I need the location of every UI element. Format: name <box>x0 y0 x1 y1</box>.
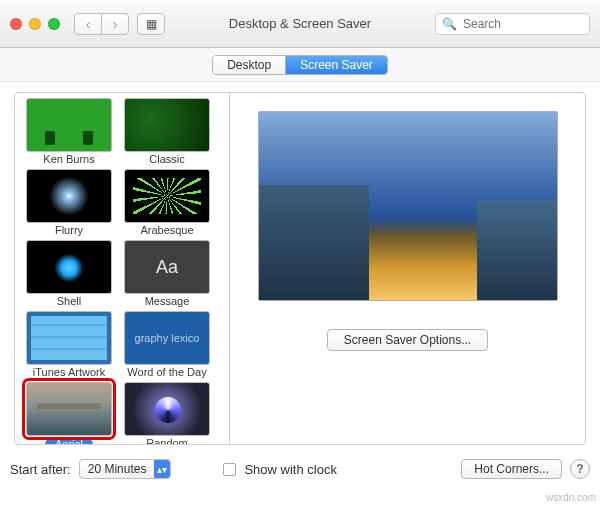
window-controls <box>10 18 60 30</box>
saver-shell[interactable]: Shell <box>23 240 115 307</box>
start-after-label: Start after: <box>10 462 71 477</box>
tab-screen-saver[interactable]: Screen Saver <box>285 56 387 74</box>
show-with-clock-label: Show with clock <box>244 462 336 477</box>
saver-flurry[interactable]: Flurry <box>23 169 115 236</box>
saver-thumb-icon <box>26 382 112 436</box>
saver-thumb-icon <box>26 98 112 152</box>
screensaver-list[interactable]: Ken Burns Classic Flurry Arabesque Shell… <box>15 93 230 444</box>
saver-itunes-artwork[interactable]: iTunes Artwork <box>23 311 115 378</box>
close-window-button[interactable] <box>10 18 22 30</box>
show-all-button[interactable]: ▦ <box>137 13 165 35</box>
screensaver-grid: Ken Burns Classic Flurry Arabesque Shell… <box>17 98 227 444</box>
tab-desktop[interactable]: Desktop <box>213 56 285 74</box>
saver-label: Classic <box>121 153 213 165</box>
saver-thumb-icon <box>26 240 112 294</box>
chevron-up-down-icon: ▴▾ <box>154 460 170 478</box>
saver-word-of-the-day[interactable]: graphy lexico Word of the Day <box>121 311 213 378</box>
saver-thumb-icon <box>26 311 112 365</box>
footer-bar: Start after: 20 Minutes ▴▾ Show with clo… <box>10 455 590 483</box>
saver-label: Message <box>121 295 213 307</box>
preview-art <box>477 200 557 300</box>
saver-thumb-icon: graphy lexico <box>124 311 210 365</box>
search-field[interactable]: 🔍 <box>435 13 590 35</box>
saver-classic[interactable]: Classic <box>121 98 213 165</box>
show-with-clock-checkbox[interactable] <box>223 463 236 476</box>
tab-bar: Desktop Screen Saver <box>0 48 600 82</box>
saver-label: Flurry <box>23 224 115 236</box>
saver-thumb-icon <box>124 169 210 223</box>
saver-label: Aerial <box>23 437 115 444</box>
nav-buttons: ‹ › <box>74 13 129 35</box>
saver-label: Shell <box>23 295 115 307</box>
saver-label: Ken Burns <box>23 153 115 165</box>
saver-arabesque[interactable]: Arabesque <box>121 169 213 236</box>
saver-thumb-icon <box>26 169 112 223</box>
preview-art <box>369 220 477 300</box>
chevron-right-icon: › <box>113 16 118 32</box>
preview-pane: Screen Saver Options... <box>230 93 585 444</box>
screen-saver-options-button[interactable]: Screen Saver Options... <box>327 329 488 351</box>
grid-icon: ▦ <box>146 17 157 31</box>
hot-corners-button[interactable]: Hot Corners... <box>461 459 562 479</box>
start-after-select[interactable]: 20 Minutes ▴▾ <box>79 459 172 479</box>
saver-label: Word of the Day <box>121 366 213 378</box>
search-input[interactable] <box>461 16 583 32</box>
saver-thumb-icon <box>124 382 210 436</box>
help-button[interactable]: ? <box>570 459 590 479</box>
forward-button[interactable]: › <box>101 13 129 35</box>
saver-message[interactable]: Aa Message <box>121 240 213 307</box>
saver-ken-burns[interactable]: Ken Burns <box>23 98 115 165</box>
selected-pill: Aerial <box>45 437 93 444</box>
saver-label: Arabesque <box>121 224 213 236</box>
saver-label: iTunes Artwork <box>23 366 115 378</box>
start-after-value: 20 Minutes <box>80 462 155 476</box>
preview-art <box>259 185 369 300</box>
watermark: wsxdn.com <box>546 492 596 503</box>
screensaver-preview <box>258 111 558 301</box>
saver-random[interactable]: Random <box>121 382 213 444</box>
saver-thumb-icon <box>124 98 210 152</box>
titlebar: ‹ › ▦ Desktop & Screen Saver 🔍 <box>0 0 600 48</box>
saver-aerial[interactable]: Aerial <box>23 382 115 444</box>
chevron-left-icon: ‹ <box>86 16 91 32</box>
minimize-window-button[interactable] <box>29 18 41 30</box>
content-pane: Ken Burns Classic Flurry Arabesque Shell… <box>14 92 586 445</box>
zoom-window-button[interactable] <box>48 18 60 30</box>
search-icon: 🔍 <box>442 17 457 31</box>
back-button[interactable]: ‹ <box>74 13 102 35</box>
saver-label: Random <box>121 437 213 444</box>
help-icon: ? <box>576 462 583 476</box>
saver-thumb-icon: Aa <box>124 240 210 294</box>
tab-segmented-control: Desktop Screen Saver <box>212 55 388 75</box>
